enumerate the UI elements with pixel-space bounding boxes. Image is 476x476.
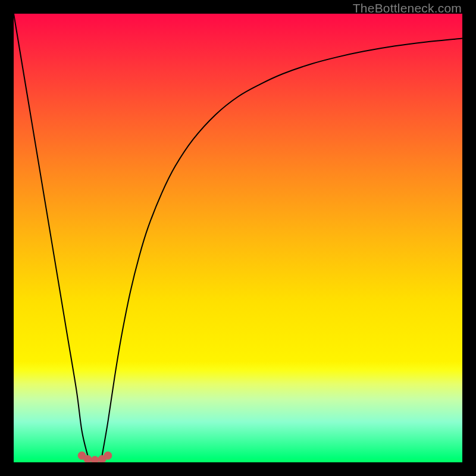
curve-layer <box>14 14 462 462</box>
curve-right-branch <box>102 38 462 455</box>
chart-frame: TheBottleneck.com <box>0 0 476 476</box>
min-marker <box>84 455 92 462</box>
watermark-text: TheBottleneck.com <box>353 1 462 15</box>
min-marker <box>91 456 99 462</box>
curve-left-branch <box>14 14 87 456</box>
plot-area <box>14 14 462 462</box>
min-marker <box>104 452 112 459</box>
